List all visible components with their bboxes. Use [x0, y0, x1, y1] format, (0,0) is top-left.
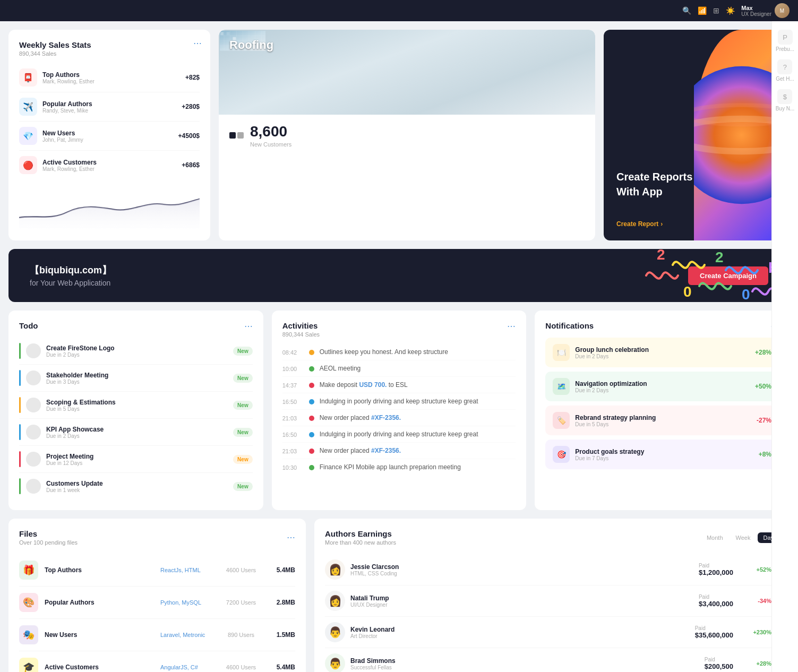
todo-more-icon[interactable]: ⋯ [244, 321, 253, 331]
file-tech: AngularJS, C# [160, 664, 213, 670]
todo-color-bar [19, 397, 21, 413]
file-tech: ReactJs, HTML [160, 567, 213, 573]
author-info: Brad Simmons Successful Fellas [350, 657, 699, 670]
todo-card: Todo ⋯ Create FireStone Logo Due in 2 Da… [8, 311, 263, 510]
author-paid-label: Paid [699, 594, 733, 600]
todo-due: Due in 1 week [46, 487, 228, 493]
activity-item: 14:37 Make deposit USD 700. to ESL [282, 377, 516, 393]
todo-badge: New [233, 455, 253, 464]
activities-more-icon[interactable]: ⋯ [507, 321, 516, 331]
stat-item: 🔴 Active Customers Mark, Rowling, Esther… [19, 151, 200, 179]
todo-color-bar [19, 370, 21, 386]
todo-avatar [26, 343, 41, 358]
tab-week[interactable]: Week [731, 532, 756, 543]
notif-name: Rebrand strategy planning [575, 414, 751, 421]
weekly-more-icon[interactable]: ⋯ [193, 38, 202, 48]
todo-badge: New [233, 374, 253, 383]
customers-number: 8,600 [250, 123, 291, 140]
svg-text:2: 2 [657, 249, 665, 263]
files-more-icon[interactable]: ⋯ [287, 532, 295, 542]
file-users: 4600 Users [220, 664, 262, 670]
activity-time: 21:03 [282, 448, 304, 454]
stat-icon: 🔴 [19, 156, 37, 174]
activity-text: Finance KPI Mobile app launch preparion … [320, 463, 516, 471]
activity-time: 08:42 [282, 349, 304, 356]
campaign-subtitle: for Your Web Application [30, 279, 111, 287]
stat-icon: ✈️ [19, 98, 37, 116]
notif-due: Due in 7 Days [575, 455, 753, 461]
stat-sub: Mark, Rowling, Esther [42, 166, 176, 172]
activity-item: 16:50 Indulging in poorly driving and ke… [282, 393, 516, 410]
todo-color-bar [19, 343, 21, 359]
todo-color-bar [19, 424, 21, 440]
sidebar-strip-item-2[interactable]: ? Get H... [776, 59, 794, 82]
activity-time: 10:00 [282, 366, 304, 372]
notif-value: +50% [755, 383, 771, 390]
stat-name: Top Authors [42, 71, 180, 79]
author-paid-block: Paid $3,400,000 [699, 594, 733, 608]
customers-label: New Customers [250, 141, 291, 148]
notif-value: +8% [759, 451, 771, 458]
todo-name: Create FireStone Logo [46, 344, 228, 352]
author-info: Kevin Leonard Art Director [350, 626, 690, 639]
user-role: UX Designer [741, 11, 771, 17]
author-name: Jessie Clarcson [350, 563, 693, 571]
author-amount: $200,500 [705, 662, 733, 670]
authors-list: 👩 Jessie Clarcson HTML, CSS Coding Paid … [325, 554, 779, 672]
theme-icon[interactable]: ☀️ [726, 6, 735, 15]
activity-link[interactable]: #XF-2356. [371, 414, 401, 421]
authors-subtitle: More than 400 new authors [325, 539, 396, 546]
activity-dot [309, 449, 314, 454]
avatar[interactable]: M [775, 3, 790, 18]
svg-rect-12 [227, 32, 230, 35]
notif-info: Navigation optimization Due in 2 Days [575, 380, 750, 393]
author-role: UI/UX Designer [350, 602, 693, 608]
notification-item: 🗺️ Navigation optimization Due in 2 Days… [545, 372, 779, 401]
weekly-subtitle: 890,344 Sales [19, 50, 91, 57]
author-change: +28% [745, 660, 771, 667]
stat-name: New Users [42, 130, 173, 137]
activity-link[interactable]: USD 700. [359, 381, 387, 389]
author-info: Natali Trump UI/UX Designer [350, 595, 693, 608]
notif-name: Product goals strategy [575, 448, 753, 455]
todo-avatar [26, 371, 41, 385]
activity-text: New order placed #XF-2356. [320, 447, 516, 454]
todo-name: Scoping & Estimations [46, 399, 228, 406]
file-size: 5.4MB [269, 664, 295, 671]
row-1: Weekly Sales Stats 890,344 Sales ⋯ 📮 Top… [8, 30, 790, 240]
files-list: 🎁 Top Authors ReactJs, HTML 4600 Users 5… [19, 554, 295, 672]
author-name: Brad Simmons [350, 657, 699, 665]
create-report-link[interactable]: Create Report › [616, 220, 777, 228]
notif-icon: 🏷️ [553, 412, 570, 429]
sidebar-strip-item-1[interactable]: P Prebu... [776, 30, 794, 52]
notif-value: +28% [755, 349, 771, 356]
todo-item: Stakeholder Meeting Due in 3 Days New [19, 365, 253, 392]
stat-info: Top Authors Mark, Rowling, Esther [42, 71, 180, 84]
grid-icon[interactable]: ⊞ [713, 6, 719, 15]
sidebar-strip-item-3[interactable]: $ Buy N... [776, 89, 795, 111]
signal-icon[interactable]: 📶 [698, 6, 707, 15]
notif-due: Due in 5 Days [575, 421, 751, 427]
file-icon: 🎭 [19, 625, 38, 644]
author-paid-label: Paid [699, 563, 733, 568]
author-name: Kevin Leonard [350, 626, 690, 633]
files-subtitle: Over 100 pending files [19, 539, 78, 546]
activities-subtitle: 890,344 Sales [282, 331, 320, 338]
notif-info: Rebrand strategy planning Due in 5 Days [575, 414, 751, 427]
search-icon[interactable]: 🔍 [682, 6, 691, 15]
todo-due: Due in 2 Days [46, 352, 228, 358]
topbar: 🔍 📶 ⊞ ☀️ Max UX Designer M [0, 0, 798, 21]
activity-text: Outlines keep you honest. And keep struc… [320, 348, 516, 356]
svg-text:2: 2 [715, 249, 724, 265]
tab-month[interactable]: Month [701, 532, 728, 543]
activity-link[interactable]: #XF-2356. [371, 447, 401, 454]
todo-name: Stakeholder Meeting [46, 372, 228, 379]
customers-sub-card: 8,600 New Customers [219, 115, 595, 156]
todo-badge: New [233, 482, 253, 491]
activities-list: 08:42 Outlines keep you honest. And keep… [282, 344, 516, 475]
create-reports-title: Create Reports With App [616, 169, 777, 199]
todo-due: Due in 5 Days [46, 406, 228, 412]
svg-text:0: 0 [742, 286, 750, 302]
todo-item: Project Meeting Due in 12 Days New [19, 446, 253, 473]
campaign-text-block: 【biqubiqu.com】 for Your Web Application [30, 264, 111, 287]
